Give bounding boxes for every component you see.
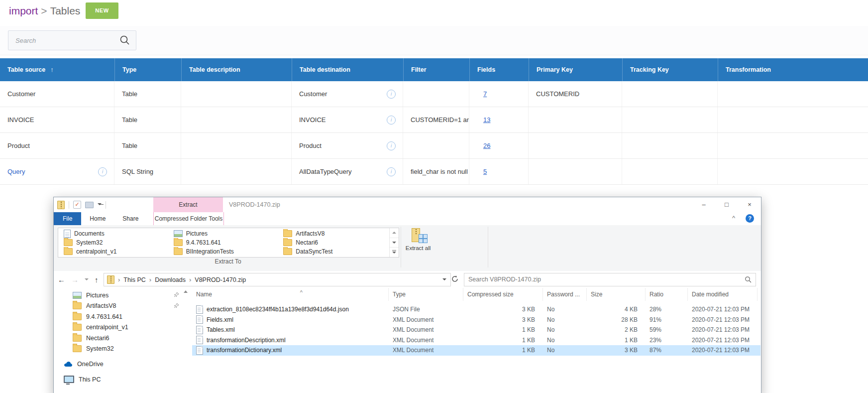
fields-count-link[interactable]: 26	[483, 142, 490, 149]
address-crumb[interactable]: V8PROD-1470.zip	[195, 276, 246, 283]
fields-count-link[interactable]: 7	[483, 90, 487, 98]
customize-toolbar-dropdown-icon[interactable]	[98, 203, 102, 207]
sidebar-item-nectari6[interactable]: Nectari6	[54, 333, 192, 344]
info-icon[interactable]: i	[387, 116, 396, 125]
sidebar-scrollbar[interactable]	[183, 289, 188, 364]
address-dropdown-icon[interactable]	[442, 278, 446, 280]
sidebar-item-artifactsv8[interactable]: ArtifactsV8	[54, 301, 192, 312]
sidebar-item-this-pc[interactable]: This PC	[54, 374, 192, 385]
address-bar[interactable]: ›This PC›Downloads›V8PROD-1470.zip	[104, 273, 451, 286]
file-row[interactable]: transformationDictionary.xmlXML Document…	[192, 345, 760, 356]
tab-compressed-folder-tools[interactable]: Compressed Folder Tools	[153, 212, 224, 225]
ribbon-gallery-item[interactable]: centralpoint_v1	[59, 247, 169, 256]
ribbon-gallery-item[interactable]: Nectari6	[279, 238, 389, 247]
file-column-header[interactable]: Date modified	[688, 288, 758, 301]
crumb-separator-icon[interactable]: ›	[114, 276, 123, 283]
crumb-separator-icon[interactable]: ›	[186, 276, 195, 283]
file-row[interactable]: Fields.xmlXML Document3 KBNo28 KB91%2020…	[192, 315, 760, 325]
help-icon[interactable]: ?	[746, 214, 754, 223]
up-icon[interactable]: ↑	[95, 275, 99, 284]
cell-table-description	[181, 133, 292, 158]
folder-icon[interactable]	[85, 202, 94, 208]
extract-to-gallery-items: DocumentsSystem32centralpoint_v1Pictures…	[59, 229, 389, 256]
column-header[interactable]: Table source↑	[0, 58, 114, 81]
file-row[interactable]: Tables.xmlXML Document1 KBNo2 KB59%2020-…	[192, 325, 760, 335]
cell-primary-key	[529, 133, 622, 158]
file-column-header[interactable]: Type	[389, 288, 463, 301]
titlebar[interactable]: ✓ Extract V8PROD-1470.zip – □ ×	[54, 197, 761, 212]
back-icon[interactable]: ←	[58, 275, 65, 284]
file-column-header[interactable]: Size	[587, 288, 646, 301]
cell-primary-key: CUSTOMERID	[529, 81, 622, 107]
ribbon-gallery-item[interactable]: Pictures	[169, 229, 279, 238]
extract-all-button[interactable]: Extract all	[404, 226, 432, 268]
magnifier-icon[interactable]	[119, 34, 131, 46]
table-row: INVOICETableINVOICEiCUSTOMERID=1 and ...…	[0, 107, 868, 133]
file-password: No	[543, 326, 587, 333]
file-column-header[interactable]: Password ...	[543, 288, 587, 301]
explorer-search-box[interactable]: Search V8PROD-1470.zip	[464, 273, 756, 286]
info-icon[interactable]: i	[98, 167, 107, 176]
sidebar-item-centralpoint-v1[interactable]: centralpoint_v1	[54, 322, 192, 333]
column-header[interactable]: Table description	[181, 58, 292, 81]
scroll-up-icon[interactable]	[184, 290, 188, 293]
fields-count-link[interactable]: 5	[483, 168, 487, 175]
refresh-icon[interactable]	[451, 275, 459, 283]
column-header[interactable]: Primary Key	[529, 58, 622, 81]
search-input[interactable]	[14, 31, 111, 50]
gallery-scroll-up-icon[interactable]	[390, 228, 399, 238]
sidebar-item-system32[interactable]: System32	[54, 344, 192, 355]
info-icon[interactable]: i	[387, 167, 396, 176]
tab-home[interactable]: Home	[81, 212, 114, 225]
recent-locations-icon[interactable]	[85, 278, 89, 280]
column-header[interactable]: Filter	[403, 58, 469, 81]
table-search[interactable]	[8, 30, 136, 50]
column-header[interactable]: Fields	[469, 58, 529, 81]
file-column-header[interactable]: Ratio	[646, 288, 688, 301]
file-row[interactable]: extraction_8108ec8234ff4b11a139e8f3d941d…	[192, 304, 760, 315]
address-crumb[interactable]: This PC	[123, 276, 145, 283]
file-column-header[interactable]: Compressed size	[463, 288, 543, 301]
info-icon[interactable]: i	[387, 141, 396, 150]
file-type: XML Document	[389, 337, 463, 344]
ribbon-gallery-item[interactable]: ArtifactsV8	[279, 229, 389, 238]
breadcrumb-section[interactable]: import	[9, 5, 38, 16]
gallery-scroll-down-icon[interactable]	[390, 238, 399, 248]
file-name: transformationDictionary.xml	[207, 347, 282, 354]
ribbon-gallery-item[interactable]: BIIntegrationTests	[169, 247, 279, 256]
table-source-value[interactable]: Query	[7, 168, 25, 175]
folder-icon	[73, 335, 82, 342]
new-button[interactable]: NEW	[86, 2, 118, 19]
info-icon[interactable]: i	[387, 90, 396, 99]
column-header[interactable]: Transformation	[718, 58, 868, 81]
sidebar-item-9-4-7631-641[interactable]: 9.4.7631.641	[54, 311, 192, 322]
tab-share[interactable]: Share	[114, 212, 147, 225]
ribbon-gallery-item[interactable]: DataSyncTest	[279, 247, 389, 256]
forward-icon[interactable]: →	[71, 275, 79, 284]
fields-count-link[interactable]: 13	[483, 116, 490, 124]
file-row[interactable]: transformationDescription.xmlXML Documen…	[192, 335, 760, 346]
checkbox-icon[interactable]: ✓	[73, 201, 81, 209]
file-column-header[interactable]: Name^	[192, 288, 389, 301]
ribbon-gallery-item[interactable]: Documents	[59, 229, 169, 238]
address-crumb[interactable]: Downloads	[155, 276, 186, 283]
minimize-button[interactable]: –	[692, 197, 715, 212]
column-header[interactable]: Table destination	[292, 58, 403, 81]
ribbon-gallery-item[interactable]: 9.4.7631.641	[169, 238, 279, 247]
page-title: Tables	[50, 5, 81, 16]
magnifier-icon[interactable]	[745, 276, 752, 283]
tab-file[interactable]: File	[54, 212, 81, 225]
column-header[interactable]: Tracking Key	[622, 58, 718, 81]
cell-table-description	[181, 81, 292, 107]
ribbon-gallery-item[interactable]: System32	[59, 238, 169, 247]
collapse-ribbon-icon[interactable]: ^	[732, 212, 735, 224]
crumb-separator-icon[interactable]: ›	[146, 276, 155, 283]
gallery-more-icon[interactable]	[390, 248, 399, 257]
sidebar-item-onedrive[interactable]: OneDrive	[54, 358, 192, 370]
close-button[interactable]: ×	[738, 197, 761, 212]
maximize-button[interactable]: □	[715, 197, 738, 212]
file-size: 4 KB	[587, 306, 646, 313]
sidebar-item-pictures[interactable]: Pictures	[54, 290, 192, 301]
file-ratio: 87%	[646, 347, 688, 354]
column-header[interactable]: Type	[114, 58, 181, 81]
